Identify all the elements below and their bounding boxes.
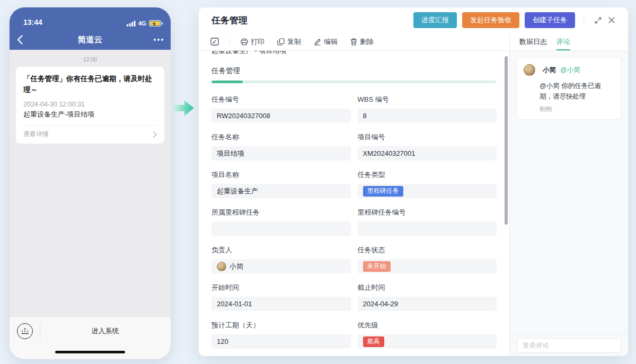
panel-title: 任务管理 (211, 14, 408, 26)
field-value-box[interactable] (358, 221, 497, 236)
form-section-title: 任务管理 (211, 66, 497, 76)
form-field: 预计工期（天）120 (211, 321, 351, 349)
header-button-1[interactable]: 发起任务验收 (462, 12, 519, 28)
view-details-link: 查看详情 (23, 130, 49, 139)
header-actions: 进度汇报发起任务验收创建子任务 (408, 12, 575, 28)
section-progress-bar (211, 81, 497, 83)
signal-icon (127, 21, 136, 26)
form-field: 任务类型里程碑任务 (358, 170, 497, 198)
status-badge: 最高 (363, 336, 384, 347)
edit-button[interactable]: 编辑 (314, 37, 338, 47)
chevron-right-icon (153, 131, 157, 138)
delete-button[interactable]: 删除 (350, 37, 374, 47)
network-label: 4G (138, 20, 146, 26)
copy-icon (277, 38, 285, 46)
edit-pencil-icon (314, 38, 321, 46)
task-detail-panel: 任务管理 进度汇报发起任务验收创建子任务 (199, 7, 628, 356)
status-badge: 里程碑任务 (363, 186, 403, 197)
form-field: 所属里程碑任务 (211, 208, 351, 236)
comment-header: 小简 @小简 (524, 64, 614, 76)
field-value-box[interactable]: 120 (211, 334, 351, 349)
header-button-2[interactable]: 创建子任务 (525, 12, 575, 28)
copy-button[interactable]: 复制 (277, 37, 301, 47)
phone-bottom-bar: 进入系统 (10, 316, 171, 359)
comment-item: 小简 @小简 @小简 你的任务已逾期，请尽快处理 刚刚 (517, 57, 621, 120)
comment-mention[interactable]: @小简 (560, 66, 580, 75)
header-button-0[interactable]: 进度汇报 (413, 12, 457, 28)
back-icon[interactable] (17, 35, 23, 45)
field-label: 优先级 (358, 321, 497, 330)
view-details-row[interactable]: 查看详情 (23, 126, 157, 144)
tab-data-log[interactable]: 数据日志 (519, 33, 547, 50)
clipped-scroll-text: 起重设备生产 - 项目结项 (211, 51, 497, 55)
comments-list: 小简 @小简 @小简 你的任务已逾期，请尽快处理 刚刚 (510, 51, 628, 334)
avatar (217, 262, 226, 271)
chat-timestamp: 12:00 (10, 56, 171, 63)
trash-icon (350, 38, 357, 46)
form-field: 任务名称项目结项 (211, 132, 351, 161)
field-label: 截止时间 (358, 283, 497, 292)
status-indicators: 4G (127, 20, 161, 26)
field-value-box[interactable]: 里程碑任务 (358, 184, 497, 198)
field-value-box[interactable]: 最高 (358, 334, 497, 349)
form-scroll-area: 起重设备生产 - 项目结项 任务管理 任务编号RW20240327008WBS … (199, 51, 509, 356)
form-field: 任务状态未开始 (358, 245, 497, 273)
home-indicator[interactable] (55, 351, 125, 353)
form-field: 项目编号XM20240327001 (358, 132, 497, 161)
section-progress-fill (211, 81, 243, 83)
panel-body: 打印 复制 编辑 (199, 33, 628, 356)
field-value-box[interactable]: XM20240327001 (358, 146, 497, 161)
form-field: 负责人小简 (211, 245, 351, 273)
tab-comments[interactable]: 评论 (556, 33, 570, 50)
form-field: 截止时间2024-04-29 (358, 283, 497, 311)
field-value-box[interactable]: 2024-01-01 (211, 297, 351, 311)
edit-label: 编辑 (324, 37, 338, 47)
flow-arrow-icon (172, 97, 195, 119)
field-grid: 任务编号RW20240327008WBS 编号8任务名称项目结项项目编号XM20… (211, 85, 497, 356)
keyboard-toggle-icon[interactable] (17, 323, 33, 339)
field-value-box[interactable]: 未开始 (358, 259, 497, 273)
activity-sidebar: 数据日志 评论 小简 @小简 @小简 你的任务已逾期，请尽快处理 刚刚 (510, 33, 628, 356)
delete-label: 删除 (360, 37, 374, 47)
more-menu-icon[interactable] (154, 39, 163, 41)
charging-bolt-icon (152, 21, 156, 26)
scrollbar-thumb[interactable] (505, 56, 508, 225)
comment-input-bar (510, 334, 628, 356)
printer-icon (241, 38, 248, 46)
form-field: 任务编号RW20240327008 (211, 95, 351, 123)
enter-system-button[interactable]: 进入系统 (40, 317, 171, 345)
field-value-box[interactable]: 2024-04-29 (358, 297, 497, 311)
phone-status-bar: 13:44 4G (10, 7, 171, 30)
field-label: 负责人 (211, 245, 351, 255)
phone-mockup: 13:44 4G 简道云 (10, 7, 171, 359)
field-value-box[interactable]: 起重设备生产 (211, 184, 351, 198)
form-field: 优先级最高 (358, 321, 497, 349)
form-field: 开始时间2024-01-01 (211, 283, 351, 311)
notification-subject: 起重设备生产-项目结项 (23, 110, 157, 119)
form-field: 里程碑任务编号 (358, 208, 497, 236)
comment-body: @小简 你的任务已逾期，请尽快处理 (540, 81, 614, 102)
field-label: 任务名称 (211, 132, 351, 142)
status-badge: 未开始 (363, 261, 391, 272)
battery-charging-icon (149, 20, 161, 26)
close-icon[interactable] (605, 13, 619, 27)
print-button[interactable]: 打印 (241, 37, 264, 47)
toolbar-divider (229, 38, 230, 46)
field-value-box[interactable]: 项目结项 (211, 146, 351, 161)
header-divider (584, 15, 584, 25)
field-value-box[interactable]: 8 (358, 109, 497, 123)
comment-input[interactable] (517, 338, 621, 353)
comment-time: 刚刚 (540, 105, 614, 114)
notification-card[interactable]: 「任务管理」你有任务已逾期，请及时处理～ 2024-04-30 12:00:31… (16, 67, 164, 144)
field-value-box[interactable]: 小简 (211, 259, 351, 273)
form-sheet-icon[interactable] (210, 38, 219, 46)
field-value-box[interactable] (211, 221, 351, 236)
field-value-box[interactable]: RW20240327008 (211, 109, 351, 123)
field-label: 所属里程碑任务 (211, 208, 351, 217)
commenter-name: 小简 (543, 66, 556, 75)
phone-header: 13:44 4G 简道云 (10, 7, 171, 50)
field-label: 里程碑任务编号 (358, 208, 497, 217)
notification-title: 「任务管理」你有任务已逾期，请及时处理～ (23, 74, 157, 96)
expand-icon[interactable] (591, 13, 605, 27)
field-label: 任务编号 (211, 95, 351, 104)
